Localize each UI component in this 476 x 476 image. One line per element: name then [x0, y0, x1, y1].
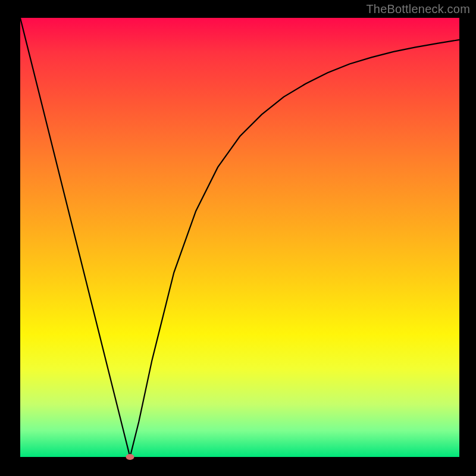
chart-curve-layer — [20, 18, 459, 457]
series-curve — [20, 18, 459, 457]
chart-canvas: TheBottleneck.com — [0, 0, 476, 476]
minimum-marker — [126, 454, 134, 460]
watermark-text: TheBottleneck.com — [366, 2, 470, 16]
